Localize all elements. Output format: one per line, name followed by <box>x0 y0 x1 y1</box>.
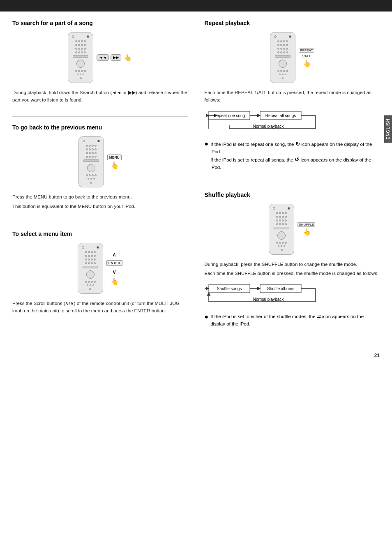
dot <box>88 259 90 261</box>
remote-indicator-right <box>289 35 291 38</box>
dots-row5 <box>85 281 96 283</box>
two-col-layout: To search for a part of a song <box>12 20 380 340</box>
dot <box>78 44 80 46</box>
remote-select-container: ∧ ENTER ∨ 👆 <box>12 243 188 294</box>
dot <box>286 70 288 72</box>
remote-center-btn <box>86 270 95 279</box>
dot <box>280 44 282 46</box>
dot <box>277 51 279 53</box>
remote-bottom-dot <box>80 77 82 79</box>
col-left: To search for a part of a song <box>12 20 192 340</box>
repeat-button-sub: 1/ALL <box>301 54 312 58</box>
dots-row4 <box>276 223 287 225</box>
dot <box>285 212 287 214</box>
dot <box>92 152 94 154</box>
content-area: To search for a part of a song <box>0 12 392 349</box>
remote-shuffle-container: SHUFFLE 👆 <box>205 204 380 255</box>
dot <box>286 51 288 53</box>
dot <box>88 251 90 253</box>
menu-button-area: MENU 👆 <box>107 155 122 169</box>
bullet-dot-shuffle: ● <box>205 313 209 328</box>
section-prev-menu-body1: Press the MENU button to go back to the … <box>12 193 188 201</box>
dot <box>286 44 288 46</box>
dot <box>286 48 288 50</box>
remote-menu-with-buttons: MENU 👆 <box>78 136 122 187</box>
dot <box>84 44 86 46</box>
dots-row3 <box>86 152 97 154</box>
col-right: Repeat playback <box>201 20 380 340</box>
dots-row1 <box>277 40 288 42</box>
dot <box>282 242 284 244</box>
section-search-body: During playback, hold down the Search bu… <box>12 89 188 104</box>
section-prev-menu: To go back to the previous menu <box>12 124 188 210</box>
dots-row1 <box>276 212 287 214</box>
dots-row4 <box>85 262 96 264</box>
scroll-up-icon: ∧ <box>112 251 116 258</box>
remote-indicator-left <box>273 207 275 210</box>
dot <box>95 148 97 150</box>
dot <box>94 281 96 283</box>
page-number: 21 <box>0 349 392 362</box>
dot <box>85 262 87 264</box>
dot <box>286 40 288 42</box>
remote-center-btn <box>76 60 85 68</box>
remote-indicator-left <box>83 140 85 142</box>
dot <box>92 145 94 147</box>
dot <box>92 156 94 158</box>
section-search-title: To search for a part of a song <box>12 20 188 26</box>
dot <box>278 245 279 247</box>
remote-center-btn <box>87 164 95 172</box>
dot <box>90 284 91 286</box>
dot <box>94 259 96 261</box>
svg-text:Shuffle albums: Shuffle albums <box>267 286 294 291</box>
section-select-menu-body: Press the Scroll buttons (∧/∨) of the re… <box>12 300 188 315</box>
dot <box>93 178 95 180</box>
remote-indicator-right <box>87 35 89 38</box>
section-shuffle-intro1: During playback, press the SHUFFLE butto… <box>205 261 380 268</box>
remote-center-btn <box>279 60 287 68</box>
top-bar <box>0 0 392 12</box>
english-tab: ENGLISH <box>384 115 392 143</box>
dot <box>285 74 286 75</box>
dot <box>85 251 87 253</box>
dot <box>94 255 96 257</box>
dot <box>282 74 284 75</box>
dot <box>95 156 97 158</box>
dot <box>81 40 83 42</box>
dot <box>283 48 285 50</box>
hand-icon-enter: 👆 <box>111 277 119 285</box>
section-select-menu-title: To select a menu item <box>12 231 188 237</box>
repeat-button-label: REPEAT <box>299 48 314 53</box>
remote-bottom-dot <box>90 182 92 184</box>
dot <box>92 148 94 150</box>
dot <box>81 51 83 53</box>
scroll-down-icon: ∨ <box>112 268 116 275</box>
section-repeat: Repeat playback <box>205 20 380 171</box>
dot <box>80 74 81 75</box>
dot <box>86 148 88 150</box>
dots-row4 <box>75 51 86 53</box>
remote-select-with-buttons: ∧ ENTER ∨ 👆 <box>78 243 122 294</box>
dots-row2 <box>276 216 287 218</box>
repeat-flow-svg: Repeat one song Repeat all songs <box>205 108 336 133</box>
remote-top <box>80 245 101 249</box>
dot <box>81 70 83 72</box>
shuffle-button-label: SHUFFLE <box>297 222 315 227</box>
section-prev-menu-body2: This button is equivalent to the MENU bu… <box>12 203 188 210</box>
dots-row3 <box>276 219 287 222</box>
dot <box>84 70 86 72</box>
enter-button-area: ∧ ENTER ∨ 👆 <box>106 251 122 285</box>
shuffle-bullet1-text: If the iPod is set to either of the shuf… <box>210 313 380 328</box>
dots-row3 <box>277 48 288 50</box>
dot <box>81 48 83 50</box>
dot <box>284 245 285 247</box>
section-prev-menu-title: To go back to the previous menu <box>12 124 188 131</box>
dot <box>81 44 83 46</box>
dot <box>279 74 281 75</box>
dot <box>277 70 279 72</box>
svg-text:Shuffle songs: Shuffle songs <box>217 286 241 291</box>
dot <box>276 219 278 222</box>
svg-text:Normal playback: Normal playback <box>253 297 284 302</box>
dot <box>91 262 93 264</box>
fast-forward-button-label: ▶▶ <box>111 54 121 61</box>
